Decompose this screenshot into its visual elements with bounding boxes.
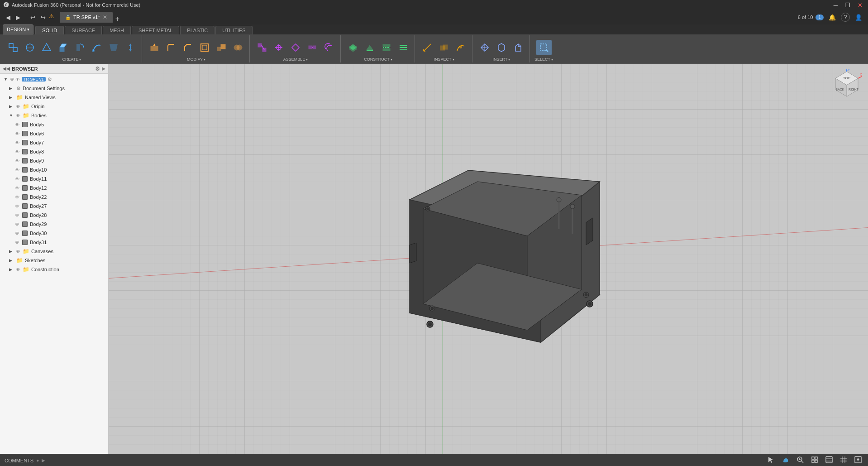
tree-item-body11[interactable]: 👁 Body11	[0, 174, 108, 183]
tree-item-construction[interactable]: ▶ 👁 📁 Construction	[0, 265, 108, 274]
svg-marker-25	[292, 44, 299, 51]
tree-item-origin[interactable]: ▶ 👁 📁 Origin	[0, 102, 108, 111]
bell-button[interactable]: 🔔	[826, 13, 838, 22]
shell-button[interactable]	[197, 40, 212, 55]
new-component-assemble-button[interactable]	[254, 40, 270, 55]
account-button[interactable]: 👤	[853, 13, 864, 22]
nav-arrows: ◀ ▶	[4, 13, 23, 22]
close-button[interactable]: ✕	[856, 2, 864, 9]
tree-item-body28[interactable]: 👁 Body28	[0, 211, 108, 220]
tree-item-named-views[interactable]: ▶ 📁 Named Views	[0, 93, 108, 102]
tab-utilities[interactable]: UTILITIES	[215, 26, 252, 34]
insert-dxf-button[interactable]	[510, 40, 526, 55]
plane-at-angle-button[interactable]	[362, 40, 377, 55]
tree-item-body22[interactable]: 👁 Body22	[0, 192, 108, 202]
nav-forward-button[interactable]: ▶	[14, 13, 23, 22]
sweep-button[interactable]	[89, 40, 105, 55]
file-tab[interactable]: 🔒 TR SPE v1* ✕	[60, 12, 113, 23]
help-button[interactable]: ?	[841, 13, 850, 22]
svg-line-39	[424, 44, 431, 51]
create-sketch-button[interactable]	[22, 40, 38, 55]
scale-button[interactable]	[214, 40, 229, 55]
loft-button[interactable]	[106, 40, 121, 55]
svg-text:Y: Y	[848, 69, 850, 72]
combine-button[interactable]	[230, 40, 246, 55]
tree-item-doc-settings[interactable]: ▶ ⚙ Document Settings	[0, 84, 108, 93]
nav-back-button[interactable]: ◀	[4, 13, 13, 22]
undo-button[interactable]: ↩	[28, 13, 38, 22]
cursor-tool-button[interactable]	[766, 455, 777, 466]
insert-mesh-button[interactable]	[477, 40, 492, 55]
svg-line-89	[858, 77, 862, 78]
display-settings-button[interactable]	[824, 455, 835, 466]
view-cube-settings-button[interactable]	[853, 455, 863, 466]
tab-plastic[interactable]: PLASTIC	[180, 26, 215, 34]
midplane-button[interactable]	[379, 40, 394, 55]
interference-button[interactable]	[436, 40, 452, 55]
extrude-button[interactable]	[56, 40, 71, 55]
new-component-button[interactable]	[5, 40, 21, 55]
tab-sheet-metal[interactable]: SHEET METAL	[132, 26, 179, 34]
body9-label: Body9	[30, 158, 44, 163]
tab-mesh[interactable]: MESH	[103, 26, 131, 34]
offset-plane-button[interactable]	[345, 40, 361, 55]
new-tab-button[interactable]: +	[113, 15, 122, 23]
press-pull-button[interactable]	[147, 40, 162, 55]
select-box-button[interactable]	[536, 40, 552, 55]
assemble-dropdown-arrow: ▾	[306, 58, 308, 62]
hand-tool-button[interactable]	[780, 455, 791, 466]
chamfer-button[interactable]	[180, 40, 196, 55]
tree-item-body5[interactable]: 👁 Body5	[0, 120, 108, 129]
joint-button[interactable]	[271, 40, 286, 55]
body29-body-icon	[22, 221, 28, 227]
tree-item-body27[interactable]: 👁 Body27	[0, 202, 108, 211]
fit-view-button[interactable]	[809, 455, 820, 466]
rigid-group-button[interactable]	[305, 40, 320, 55]
design-arrow-icon: ▾	[27, 27, 29, 32]
motion-link-button[interactable]	[321, 40, 337, 55]
tree-item-body6[interactable]: 👁 Body6	[0, 129, 108, 138]
view-cube[interactable]: TOP RIGHT BACK Y X	[831, 69, 863, 101]
joint-origin-button[interactable]	[288, 40, 303, 55]
viewport[interactable]: TOP RIGHT BACK Y X	[109, 64, 868, 454]
tree-item-body8[interactable]: 👁 Body8	[0, 147, 108, 156]
comments-expand-icon[interactable]: ▶	[42, 458, 45, 463]
tree-item-body29[interactable]: 👁 Body29	[0, 220, 108, 229]
browser-panel: ◀◀ BROWSER ⚙ ▶ ▼ 👁 👁 TR SPE v1 ⚙ ▶ ⚙	[0, 64, 109, 454]
tree-item-body30[interactable]: 👁 Body30	[0, 229, 108, 238]
tree-item-canvases[interactable]: ▶ 👁 📁 Canvases	[0, 247, 108, 256]
curvature-button[interactable]	[453, 40, 468, 55]
svg-rect-105	[826, 456, 832, 463]
design-dropdown[interactable]: DESIGN ▾	[3, 24, 33, 34]
tree-item-root[interactable]: ▼ 👁 👁 TR SPE v1 ⚙	[0, 75, 108, 84]
tree-item-body12[interactable]: 👁 Body12	[0, 183, 108, 192]
insert-svg-button[interactable]	[494, 40, 509, 55]
move-button[interactable]	[123, 40, 138, 55]
browser-settings-icon[interactable]: ⚙	[95, 66, 100, 72]
fillet-button[interactable]	[163, 40, 179, 55]
browser-expand-icon[interactable]: ▶	[102, 66, 105, 71]
tree-item-body10[interactable]: 👁 Body10	[0, 165, 108, 174]
file-tabs-area: 🔒 TR SPE v1* ✕ +	[60, 12, 122, 23]
measure-button[interactable]	[420, 40, 435, 55]
tab-surface[interactable]: SURFACE	[65, 26, 102, 34]
create-form-button[interactable]	[39, 40, 54, 55]
zoom-button[interactable]	[795, 455, 806, 466]
tab-solid[interactable]: SOLID	[35, 26, 64, 34]
grid-settings-button[interactable]	[838, 455, 849, 466]
status-right	[766, 455, 863, 466]
tree-item-body9[interactable]: 👁 Body9	[0, 156, 108, 165]
svg-text:X: X	[860, 73, 862, 76]
tree-item-sketches[interactable]: ▶ 📁 Sketches	[0, 256, 108, 265]
browser-collapse-icon[interactable]: ◀◀	[3, 66, 10, 71]
tree-item-body7[interactable]: 👁 Body7	[0, 138, 108, 147]
file-tab-close-button[interactable]: ✕	[103, 14, 107, 20]
tree-item-body31[interactable]: 👁 Body31	[0, 238, 108, 247]
redo-button[interactable]: ↪	[38, 13, 48, 22]
construct-more-button[interactable]	[396, 40, 411, 55]
doc-settings-label: Document Settings	[23, 86, 65, 91]
revolve-button[interactable]	[72, 40, 88, 55]
tree-item-bodies[interactable]: ▼ 👁 📁 Bodies	[0, 111, 108, 120]
restore-button[interactable]: ❐	[843, 2, 852, 9]
minimize-button[interactable]: ─	[832, 2, 839, 9]
